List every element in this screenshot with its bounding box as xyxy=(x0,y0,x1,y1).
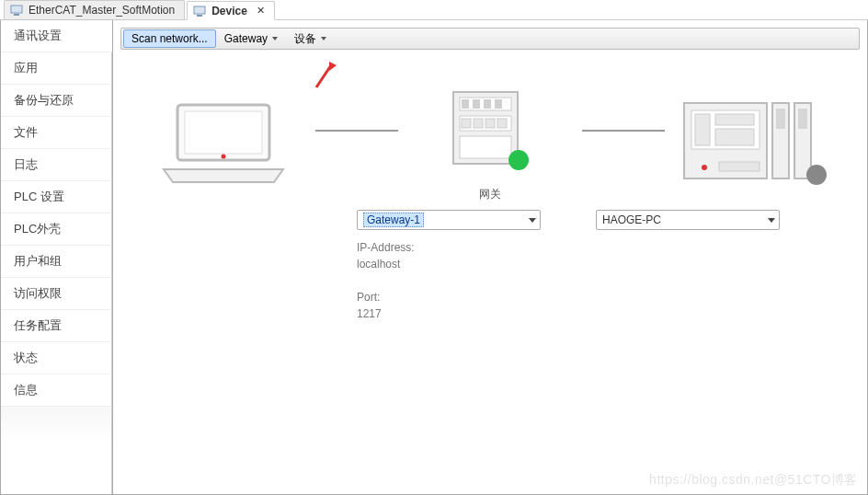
gateway-select-value: Gateway-1 xyxy=(363,213,424,227)
device-select[interactable]: HAOGE-PC xyxy=(596,210,780,230)
content-pane: Scan network... Gateway 设备 xyxy=(113,20,868,495)
devices-menu-button[interactable]: 设备 xyxy=(286,29,335,48)
svg-rect-0 xyxy=(11,6,22,13)
svg-rect-30 xyxy=(798,109,807,129)
connection-line xyxy=(315,130,398,132)
svg-point-31 xyxy=(806,165,827,185)
sidebar-item-access[interactable]: 访问权限 xyxy=(1,278,112,310)
sidebar-tail xyxy=(1,407,112,494)
node-plc xyxy=(665,98,849,192)
svg-rect-23 xyxy=(715,114,754,125)
chevron-down-icon xyxy=(529,218,536,223)
svg-rect-26 xyxy=(719,162,760,171)
sidebar-item-plc-settings[interactable]: PLC 设置 xyxy=(1,181,112,213)
diagram-canvas: 网关 xyxy=(113,50,867,494)
tab-label: EtherCAT_Master_SoftMotion xyxy=(29,4,175,17)
sidebar: 通讯设置 应用 备份与还原 文件 日志 PLC 设置 PLC外壳 用户和组 访问… xyxy=(0,20,113,495)
chevron-down-icon xyxy=(272,37,278,40)
watermark: https://blog.csdn.net@51CTO博客 xyxy=(649,472,858,489)
svg-rect-22 xyxy=(695,114,710,145)
sidebar-item-backup[interactable]: 备份与还原 xyxy=(1,85,112,117)
sidebar-item-task[interactable]: 任务配置 xyxy=(1,310,112,342)
gateway-label: 网关 xyxy=(398,187,582,202)
chevron-down-icon xyxy=(768,218,775,223)
gateway-info: IP-Address: localhost Port: 1217 xyxy=(357,239,541,322)
sidebar-item-status[interactable]: 状态 xyxy=(1,342,112,374)
connection-line xyxy=(582,130,665,132)
sidebar-item-info[interactable]: 信息 xyxy=(1,374,112,407)
tabstrip: EtherCAT_Master_SoftMotion Device ✕ xyxy=(0,0,868,20)
scan-network-button[interactable]: Scan network... xyxy=(123,29,216,48)
sidebar-item-log[interactable]: 日志 xyxy=(1,149,112,181)
svg-rect-5 xyxy=(185,111,262,154)
svg-rect-11 xyxy=(484,99,491,109)
svg-rect-12 xyxy=(495,99,502,109)
gateway-icon xyxy=(440,86,541,178)
nodes-row: 网关 xyxy=(131,86,849,202)
svg-rect-15 xyxy=(474,119,483,128)
chevron-down-icon xyxy=(321,37,326,40)
tab-device[interactable]: Device ✕ xyxy=(187,1,275,20)
toolbar: Scan network... Gateway 设备 xyxy=(120,28,860,50)
ip-value: localhost xyxy=(357,256,541,272)
device-icon xyxy=(10,4,23,17)
sidebar-item-users[interactable]: 用户和组 xyxy=(1,246,112,278)
svg-rect-24 xyxy=(715,129,754,145)
port-value: 1217 xyxy=(357,305,541,322)
svg-rect-1 xyxy=(14,14,19,16)
main-area: 通讯设置 应用 备份与还原 文件 日志 PLC 设置 PLC外壳 用户和组 访问… xyxy=(0,20,868,495)
gateway-menu-button[interactable]: Gateway xyxy=(216,29,286,48)
sidebar-item-files[interactable]: 文件 xyxy=(1,117,112,149)
svg-rect-3 xyxy=(197,15,202,17)
svg-rect-16 xyxy=(485,119,495,128)
laptop-icon xyxy=(154,98,292,190)
node-pc xyxy=(131,98,315,192)
plc-icon xyxy=(679,98,835,190)
dropdown-row: Gateway-1 IP-Address: localhost Port: 12… xyxy=(288,202,849,322)
gateway-select[interactable]: Gateway-1 xyxy=(357,210,541,230)
sidebar-item-plc-shell[interactable]: PLC外壳 xyxy=(1,213,112,246)
svg-rect-9 xyxy=(462,99,469,109)
svg-rect-18 xyxy=(460,136,511,158)
sidebar-item-comm-settings[interactable]: 通讯设置 xyxy=(1,20,112,52)
svg-rect-2 xyxy=(194,6,205,14)
svg-point-6 xyxy=(222,154,226,158)
svg-point-19 xyxy=(508,150,529,170)
sidebar-item-app[interactable]: 应用 xyxy=(1,52,112,85)
ip-label: IP-Address: xyxy=(357,239,541,256)
svg-rect-14 xyxy=(462,119,471,128)
gateway-column: Gateway-1 IP-Address: localhost Port: 12… xyxy=(357,202,541,322)
device-icon xyxy=(193,5,206,17)
svg-rect-10 xyxy=(473,99,480,109)
tab-ethercat[interactable]: EtherCAT_Master_SoftMotion xyxy=(4,0,185,19)
close-icon[interactable]: ✕ xyxy=(257,5,265,17)
device-column: HAOGE-PC xyxy=(596,202,780,322)
svg-rect-17 xyxy=(497,119,507,128)
tab-label: Device xyxy=(211,5,247,17)
node-gateway: 网关 xyxy=(398,86,582,202)
port-label: Port: xyxy=(357,289,541,305)
svg-rect-28 xyxy=(776,109,785,129)
svg-point-25 xyxy=(702,165,707,170)
device-select-value: HAOGE-PC xyxy=(602,213,661,226)
